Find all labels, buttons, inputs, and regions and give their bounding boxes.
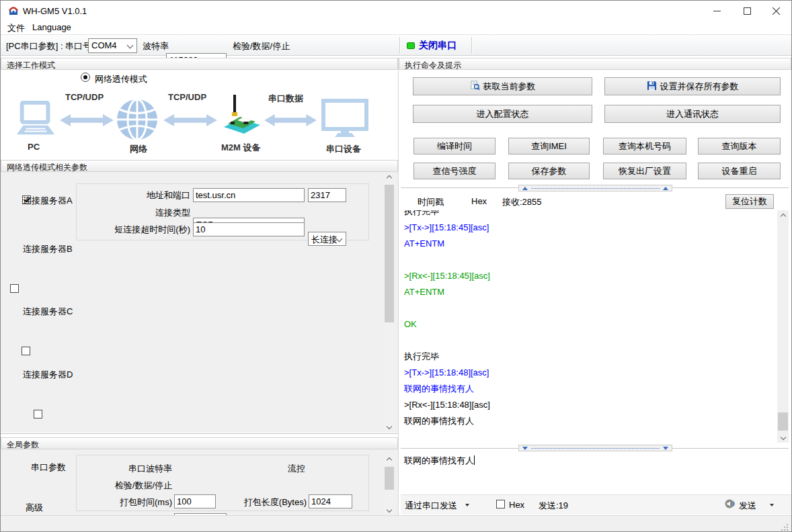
window-title: WH-GM5 V1.0.1	[23, 6, 87, 16]
pack-len-label: 打包长度(Bytes)	[233, 496, 307, 508]
conn-mode-value: 长连接	[311, 234, 338, 245]
toolbar-separator	[471, 37, 472, 54]
conn-mode-combo[interactable]: 长连接	[308, 232, 346, 246]
splitter-handle-top[interactable]	[518, 185, 672, 191]
scrollbar-thumb[interactable]	[778, 412, 788, 431]
chevron-down-icon	[127, 42, 134, 49]
send-button[interactable]: 发送	[739, 500, 756, 512]
command-panel-header: 执行命令及提示	[399, 58, 791, 70]
scroll-up-icon[interactable]	[777, 210, 789, 222]
get-params-button[interactable]: 获取当前参数	[413, 77, 592, 95]
log-line: 联网的事情找有人	[404, 413, 777, 429]
dropdown-arrow-icon[interactable]	[465, 504, 469, 506]
pack-time-input[interactable]	[174, 494, 216, 508]
arrow-icon	[264, 114, 317, 130]
log-line: >[Rx<-][15:18:48][asc]	[404, 397, 777, 413]
collapse-down-icon	[663, 447, 668, 450]
get-params-label: 获取当前参数	[483, 81, 536, 93]
parity-data-stop-label: 检验/数据/停止	[233, 40, 290, 52]
scroll-down-icon[interactable]	[384, 504, 395, 515]
scroll-up-icon[interactable]	[384, 173, 395, 183]
global-scrollbar[interactable]	[384, 455, 395, 515]
close-button[interactable]	[761, 1, 791, 21]
set-save-params-label: 设置并保存所有参数	[660, 81, 739, 93]
status-bar	[1, 515, 791, 532]
scroll-down-icon[interactable]	[384, 421, 395, 432]
node-label-serial-device: 串口设备	[326, 143, 361, 155]
scroll-down-icon[interactable]	[777, 431, 789, 443]
reset-count-button[interactable]: 复位计数	[725, 194, 774, 209]
log-line: >[Tx->][15:18:48][asc]	[404, 365, 777, 381]
query-imei-button[interactable]: 查询IMEI	[508, 138, 590, 154]
g-pds-label: 检验/数据/停止	[88, 480, 172, 492]
log-line: 执行完毕	[404, 349, 777, 365]
send-via-dropdown[interactable]: 通过串口发送	[405, 500, 457, 512]
net-transparent-mode-radio[interactable]	[81, 73, 90, 82]
log-line: AT+ENTM	[404, 236, 777, 252]
save-params-button[interactable]: 保存参数	[508, 163, 590, 179]
log-content: 执行完毕>[Tx->][15:18:45][asc]AT+ENTM >[Rx<-…	[401, 210, 777, 429]
query-version-button[interactable]: 查询版本	[698, 138, 781, 154]
send-hex-checkbox[interactable]	[496, 500, 505, 508]
server-d-checkbox[interactable]	[34, 410, 42, 418]
scrollbar-thumb[interactable]	[385, 185, 394, 322]
com-port-value: COM4	[91, 40, 117, 50]
timestamp-label: 时间戳	[418, 196, 444, 208]
recv-hex-label: Hex	[471, 196, 487, 206]
minimize-button[interactable]	[702, 1, 732, 21]
enter-comm-button[interactable]: 进入通讯状态	[604, 105, 781, 123]
arrow-icon	[60, 114, 114, 130]
net-params-scrollbar[interactable]	[384, 173, 395, 432]
log-scrollbar[interactable]	[777, 210, 789, 443]
node-label-m2m: M2M 设备	[221, 142, 261, 154]
splitter-handle-bottom[interactable]	[518, 445, 672, 451]
menu-language[interactable]: Language	[32, 22, 71, 32]
send-input-text: 联网的事情找有人	[404, 455, 474, 466]
query-signal-button[interactable]: 查信号强度	[413, 163, 496, 179]
log-line: OK	[404, 316, 777, 332]
enter-config-button[interactable]: 进入配置状态	[413, 105, 592, 123]
global-params-header: 全局参数	[1, 437, 398, 449]
close-icon	[773, 7, 780, 15]
server-b-checkbox[interactable]	[10, 284, 19, 293]
log-line	[404, 332, 777, 349]
title-bar: WH-GM5 V1.0.1	[1, 1, 791, 21]
serial-device-icon	[321, 99, 368, 140]
menu-bar: 文件 Language	[1, 21, 791, 34]
g-baud-label: 串口波特率	[88, 463, 172, 475]
server-a-label: 连接服务器A	[23, 195, 73, 207]
short-conn-timeout-input[interactable]	[193, 222, 305, 236]
log-line	[404, 300, 777, 316]
server-c-label: 连接服务器C	[23, 306, 73, 318]
query-number-button[interactable]: 查询本机号码	[603, 138, 686, 154]
com-port-combo[interactable]: COM4	[88, 38, 137, 53]
server-c-checkbox[interactable]	[22, 347, 30, 355]
pc-icon	[14, 100, 57, 142]
send-input[interactable]: 联网的事情找有人	[401, 452, 792, 494]
factory-reset-button[interactable]: 恢复出厂设置	[603, 163, 686, 179]
get-params-icon	[470, 81, 480, 93]
resize-grip-icon[interactable]	[781, 521, 788, 532]
server-port-input[interactable]	[308, 188, 346, 202]
pack-len-input[interactable]	[309, 494, 352, 508]
log-line: AT+ENTM	[404, 284, 777, 300]
server-address-input[interactable]	[193, 188, 305, 202]
scroll-up-icon[interactable]	[384, 455, 395, 466]
set-save-params-button[interactable]: 设置并保存所有参数	[604, 77, 781, 95]
maximize-button[interactable]	[732, 1, 762, 21]
scrollbar-thumb[interactable]	[385, 467, 394, 490]
device-restart-button[interactable]: 设备重启	[698, 163, 781, 179]
collapse-down-icon	[522, 447, 528, 450]
link-label-tcp2: TCP/UDP	[168, 92, 206, 102]
baud-label: 波特率	[143, 40, 169, 52]
maximize-icon	[744, 7, 751, 15]
close-port-button[interactable]: 关闭串口	[419, 40, 457, 52]
menu-file[interactable]: 文件	[7, 22, 25, 34]
m2m-device-icon	[221, 93, 263, 140]
send-dropdown-arrow-icon[interactable]	[770, 504, 774, 506]
pack-time-label: 打包时间(ms)	[88, 496, 172, 508]
log-view[interactable]: 执行完毕>[Tx->][15:18:45][asc]AT+ENTM >[Rx<-…	[401, 210, 777, 443]
compile-time-button[interactable]: 编译时间	[413, 138, 496, 154]
workmode-header: 选择工作模式	[1, 58, 398, 70]
enter-config-label: 进入配置状态	[477, 108, 529, 120]
